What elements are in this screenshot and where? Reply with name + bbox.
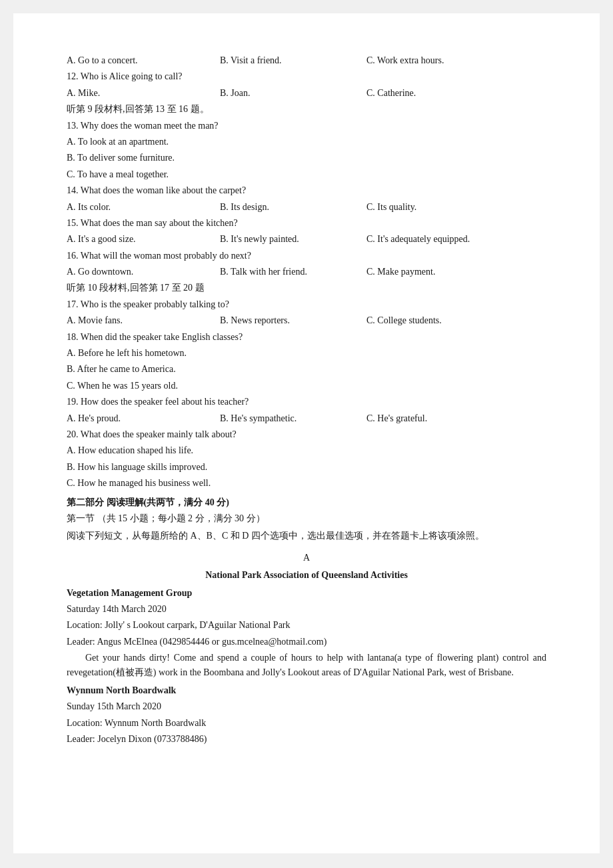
q15-stem: 15. What does the man say about the kitc…: [67, 216, 546, 231]
q16-stem: 16. What will the woman most probably do…: [67, 249, 546, 263]
vmg-leader: Leader: Angus McElnea (0429854446 or gus…: [67, 635, 546, 649]
q19-options-row: A. He's proud. B. He's sympathetic. C. H…: [67, 411, 546, 426]
q18-option-b: B. After he came to America.: [67, 362, 546, 377]
q17-stem: 17. Who is the speaker probably talking …: [67, 297, 546, 312]
part2-header: 第二部分 阅读理解(共两节，满分 40 分): [67, 495, 546, 510]
q18-stem: 18. When did the speaker take English cl…: [67, 330, 546, 345]
q16-option-b: B. Talk with her friend.: [220, 265, 366, 279]
q16-option-c: C. Make payment.: [366, 265, 546, 279]
q15-option-b: B. It's newly painted.: [220, 232, 366, 247]
q11-option-c: C. Work extra hours.: [366, 53, 546, 68]
page: A. Go to a concert. B. Visit a friend. C…: [13, 13, 600, 853]
q13-option-a: A. To look at an apartment.: [67, 135, 546, 149]
q20-option-c: C. How he managed his business well.: [67, 476, 546, 491]
q14-option-b: B. Its design.: [220, 200, 366, 215]
q14-stem: 14. What does the woman like about the c…: [67, 183, 546, 198]
vmg-location: Location: Jolly' s Lookout carpark, D'Ag…: [67, 618, 546, 633]
section10-header: 听第 10 段材料,回答第 17 至 20 题: [67, 281, 546, 295]
vmg-paragraph: Get your hands dirty! Come and spend a c…: [67, 651, 546, 681]
q16-options-row: A. Go downtown. B. Talk with her friend.…: [67, 265, 546, 279]
q18-option-a: A. Before he left his hometown.: [67, 346, 546, 361]
q12-option-b: B. Joan.: [220, 86, 366, 101]
wnb-leader: Leader: Jocelyn Dixon (0733788486): [67, 732, 546, 747]
q18-option-c: C. When he was 15 years old.: [67, 379, 546, 393]
q13-option-b: B. To deliver some furniture.: [67, 151, 546, 165]
q12-options-row: A. Mike. B. Joan. C. Catherine.: [67, 86, 546, 101]
wnb-date: Sunday 15th March 2020: [67, 699, 546, 714]
q11-options-row: A. Go to a concert. B. Visit a friend. C…: [67, 53, 546, 68]
q15-option-c: C. It's adequately equipped.: [366, 232, 546, 247]
q14-option-a: A. Its color.: [67, 200, 220, 215]
q15-option-a: A. It's a good size.: [67, 232, 220, 247]
q17-option-b: B. News reporters.: [220, 313, 366, 328]
q11-option-a: A. Go to a concert.: [67, 53, 220, 68]
q12-stem: 12. Who is Alice going to call?: [67, 69, 546, 84]
instruction-text: 阅读下列短文，从每题所给的 A、B、C 和 D 四个选项中，选出最佳选项，并在答…: [67, 529, 546, 543]
q12-option-a: A. Mike.: [67, 86, 220, 101]
q13-stem: 13. Why does the woman meet the man?: [67, 119, 546, 133]
wnb-subtitle: Wynnum North Boardwalk: [67, 683, 546, 698]
section1-sub: 第一节 （共 15 小题；每小题 2 分，满分 30 分）: [67, 511, 546, 526]
q17-option-c: C. College students.: [366, 313, 546, 328]
q15-options-row: A. It's a good size. B. It's newly paint…: [67, 232, 546, 247]
q20-option-a: A. How education shaped his life.: [67, 443, 546, 458]
vmg-date: Saturday 14th March 2020: [67, 602, 546, 617]
section9-header: 听第 9 段材料,回答第 13 至 16 题。: [67, 102, 546, 117]
q16-option-a: A. Go downtown.: [67, 265, 220, 279]
q11-option-b: B. Visit a friend.: [220, 53, 366, 68]
q14-options-row: A. Its color. B. Its design. C. Its qual…: [67, 200, 546, 215]
q19-option-b: B. He's sympathetic.: [220, 411, 366, 426]
q17-options-row: A. Movie fans. B. News reporters. C. Col…: [67, 313, 546, 328]
q20-stem: 20. What does the speaker mainly talk ab…: [67, 427, 546, 442]
q20-option-b: B. How his language skills improved.: [67, 460, 546, 475]
section-label-a: A: [67, 551, 546, 565]
wnb-location: Location: Wynnum North Boardwalk: [67, 716, 546, 731]
q13-option-c: C. To have a meal together.: [67, 167, 546, 182]
q17-option-a: A. Movie fans.: [67, 313, 220, 328]
vmg-subtitle: Vegetation Management Group: [67, 586, 546, 601]
q19-option-c: C. He's grateful.: [366, 411, 546, 426]
q19-option-a: A. He's proud.: [67, 411, 220, 426]
q12-option-c: C. Catherine.: [366, 86, 546, 101]
q14-option-c: C. Its quality.: [366, 200, 546, 215]
q19-stem: 19. How does the speaker feel about his …: [67, 395, 546, 409]
article-title: National Park Association of Queensland …: [67, 568, 546, 583]
